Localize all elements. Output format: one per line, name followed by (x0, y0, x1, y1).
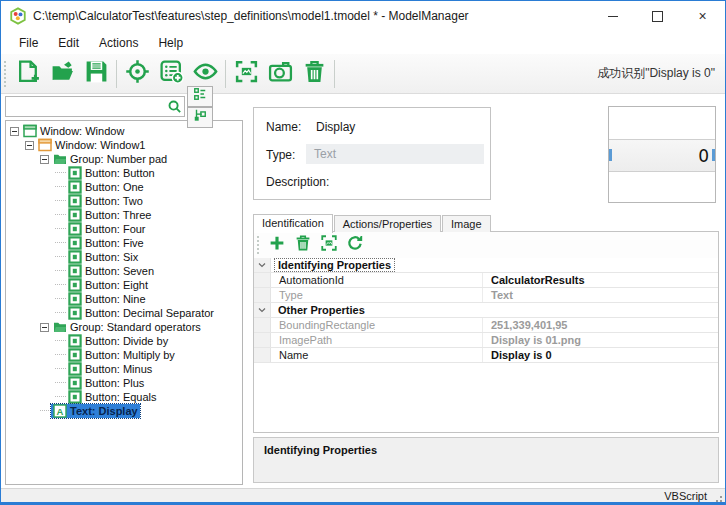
camera-button[interactable] (263, 58, 297, 90)
element-image-preview: 0 (608, 106, 716, 203)
collapse-all-button[interactable] (187, 107, 213, 128)
tree-item-label: Group: Number pad (70, 153, 167, 165)
tree-connector (55, 354, 66, 356)
window-orange-icon (38, 138, 52, 152)
tree-item[interactable]: Button: Three (6, 208, 242, 222)
open-folder-button[interactable] (45, 58, 79, 90)
collapse-toggle[interactable] (40, 323, 49, 332)
property-group-row[interactable]: Identifying Properties (254, 258, 718, 273)
tree-item-label: Button: Four (85, 223, 146, 235)
property-value[interactable]: Text (482, 288, 718, 302)
tree-item[interactable]: Button: Five (6, 236, 242, 250)
tree-item[interactable]: Button: Equals (6, 390, 242, 404)
capture-element-button[interactable] (229, 58, 263, 90)
tree-item[interactable]: Button: Two (6, 194, 242, 208)
tree-item[interactable]: Button: Minus (6, 362, 242, 376)
button-icon (68, 250, 82, 264)
tree-item[interactable]: Button: Plus (6, 376, 242, 390)
tab-actions-properties[interactable]: Actions/Properties (334, 215, 441, 232)
collapse-toggle[interactable] (40, 155, 49, 164)
tree-item-label: Button: Nine (85, 293, 146, 305)
open-folder-icon (50, 59, 75, 88)
tree-item[interactable]: Window: Window1 (6, 138, 242, 152)
tree-item[interactable]: Button: Six (6, 250, 242, 264)
toolbar-grip (257, 236, 260, 254)
property-name: ImagePath (271, 333, 482, 347)
button-icon (68, 376, 82, 390)
row-gutter (254, 318, 271, 332)
property-row[interactable]: AutomationIdCalculatorResults (254, 273, 718, 288)
add-properties-button[interactable] (154, 58, 188, 90)
tree-search-input[interactable] (5, 96, 185, 117)
property-group-label: Identifying Properties (275, 259, 394, 271)
property-row[interactable]: TypeText (254, 288, 718, 303)
spy-target-button[interactable] (120, 58, 154, 90)
property-value[interactable]: 251,339,401,95 (482, 318, 718, 332)
collapse-toggle[interactable] (25, 141, 34, 150)
tree-item-label: Button: Two (85, 195, 143, 207)
button-icon (68, 292, 82, 306)
chevron-down-icon[interactable] (254, 303, 271, 317)
new-file-icon (16, 59, 41, 88)
tree-connector (55, 312, 66, 314)
selection-handle-left (609, 149, 612, 161)
plus-button[interactable] (264, 234, 290, 256)
capture-element-button[interactable] (316, 234, 342, 256)
tree-item[interactable]: Button: Decimal Separator (6, 306, 242, 320)
new-file-button[interactable] (11, 58, 45, 90)
property-group-row[interactable]: Other Properties (254, 303, 718, 318)
type-label: Type: (266, 148, 295, 162)
property-value[interactable]: Display is 01.png (482, 333, 718, 347)
property-row[interactable]: ImagePathDisplay is 01.png (254, 333, 718, 348)
tree-item[interactable]: Button: One (6, 180, 242, 194)
resize-grip[interactable] (713, 493, 722, 502)
type-field: Text (306, 144, 484, 164)
folder-icon (53, 152, 67, 166)
tree-item[interactable]: Button: Eight (6, 278, 242, 292)
close-button[interactable]: × (680, 1, 725, 31)
property-value[interactable]: CalculatorResults (482, 273, 718, 287)
chevron-down-icon[interactable] (254, 258, 271, 272)
property-name: Name (271, 348, 482, 362)
save-icon (84, 59, 109, 88)
tree-item-label: Window: Window (40, 125, 124, 137)
tree-connector (55, 200, 66, 202)
tree-item[interactable]: Group: Standard operators (6, 320, 242, 334)
tree-item[interactable]: Group: Number pad (6, 152, 242, 166)
maximize-button[interactable] (635, 1, 680, 31)
minimize-button[interactable] (590, 1, 635, 31)
tree-item-label: Button: Plus (85, 377, 144, 389)
property-description-title: Identifying Properties (264, 444, 377, 456)
tab-identification[interactable]: Identification (253, 214, 333, 233)
property-value[interactable]: Display is 0 (482, 348, 718, 362)
menu-actions[interactable]: Actions (89, 33, 148, 53)
tree-item-label: Button: Six (85, 251, 138, 263)
tree-item[interactable]: Button: Divide by (6, 334, 242, 348)
save-button[interactable] (79, 58, 113, 90)
tree-item[interactable]: Button: Four (6, 222, 242, 236)
window-green-icon (23, 124, 37, 138)
search-icon (167, 99, 182, 114)
menu-edit[interactable]: Edit (48, 33, 89, 53)
tree-connector (55, 298, 66, 300)
expand-all-button[interactable] (187, 86, 213, 107)
tree-connector (55, 270, 66, 272)
property-row[interactable]: NameDisplay is 0 (254, 348, 718, 363)
tree-item[interactable]: Button: Nine (6, 292, 242, 306)
tree-item[interactable]: AText: Display (6, 404, 242, 418)
name-value: Display (316, 120, 355, 134)
refresh-button[interactable] (342, 234, 368, 256)
trash-button[interactable] (290, 234, 316, 256)
tree-item[interactable]: Button: Seven (6, 264, 242, 278)
row-gutter (254, 288, 271, 302)
menu-file[interactable]: File (9, 33, 48, 53)
property-row[interactable]: BoundingRectangle251,339,401,95 (254, 318, 718, 333)
button-icon (68, 194, 82, 208)
tab-image[interactable]: Image (442, 215, 491, 232)
collapse-toggle[interactable] (10, 127, 19, 136)
trash-button[interactable] (297, 58, 331, 90)
tree-item[interactable]: Button: Multiply by (6, 348, 242, 362)
svg-text:A: A (57, 406, 64, 417)
menu-help[interactable]: Help (148, 33, 193, 53)
tree-item[interactable]: Button: Button (6, 166, 242, 180)
